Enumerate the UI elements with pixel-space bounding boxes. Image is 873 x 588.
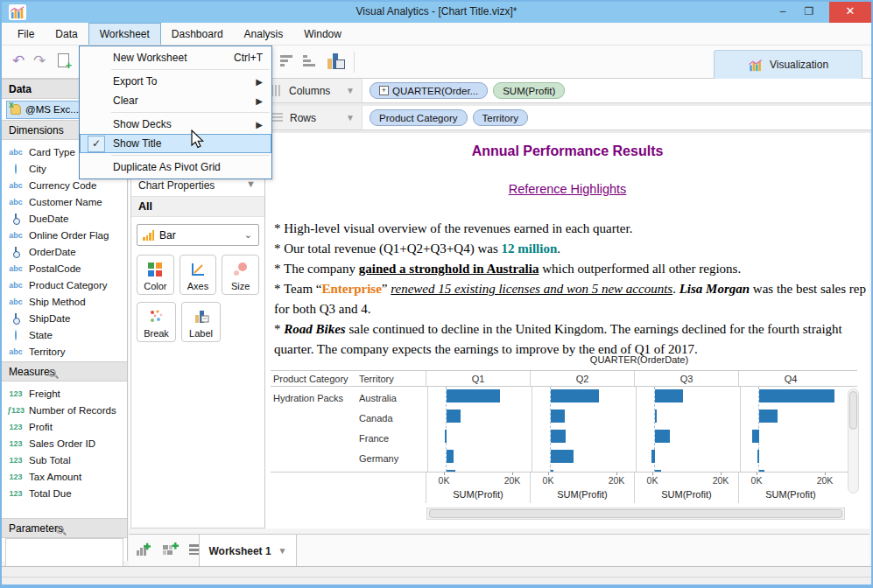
axis-q3: 0K20K bbox=[634, 472, 738, 487]
button-label: Color bbox=[144, 281, 166, 291]
number-field-icon: 123 bbox=[7, 472, 25, 481]
chart-vertical-scrollbar[interactable] bbox=[848, 388, 859, 494]
dimension-item-orderdate[interactable]: OrderDate bbox=[7, 243, 127, 260]
toolbar-separator bbox=[354, 52, 355, 73]
columns-shelf-label[interactable]: Columns ▼ bbox=[264, 79, 363, 102]
bar-q4-france[interactable] bbox=[752, 430, 760, 443]
menu-item-label: Clear bbox=[113, 94, 138, 107]
export-chart-icon[interactable] bbox=[327, 53, 345, 69]
dimension-item-shipdate[interactable]: ShipDate bbox=[7, 310, 127, 326]
menu-separator bbox=[111, 69, 270, 70]
field-label: Total Due bbox=[29, 488, 72, 499]
axes-icon bbox=[190, 262, 206, 279]
bar-q4-australia[interactable] bbox=[759, 389, 834, 402]
new-document-icon[interactable] bbox=[58, 53, 69, 67]
menubar-item-dashboard[interactable]: Dashboard bbox=[161, 23, 234, 45]
pill-product-category[interactable]: Product Category bbox=[370, 109, 468, 126]
bar-q3-australia[interactable] bbox=[655, 389, 683, 402]
size-button[interactable]: Size bbox=[222, 255, 259, 295]
measure-item-freight[interactable]: 123Freight bbox=[7, 385, 127, 402]
menu-separator bbox=[111, 112, 270, 113]
menu-item-label: New Worksheet bbox=[113, 52, 187, 64]
rows-shelf-label[interactable]: Rows ▼ bbox=[264, 106, 363, 130]
bar-q2-france[interactable] bbox=[551, 430, 565, 443]
menubar-item-window[interactable]: Window bbox=[293, 23, 352, 45]
excel-datasource-icon bbox=[11, 104, 21, 115]
axis-label-q4: SUM(Profit) bbox=[738, 487, 842, 503]
break-button[interactable]: Break bbox=[137, 302, 176, 342]
pill-territory[interactable]: Territory bbox=[473, 109, 529, 126]
data-source-label: @MS Exc... bbox=[25, 104, 79, 115]
bar-q4-canada[interactable] bbox=[759, 410, 777, 423]
pill-sum-profit[interactable]: SUM(Profit) bbox=[493, 82, 565, 99]
bar-q2-germany[interactable] bbox=[551, 450, 573, 463]
dimension-item-ship-method[interactable]: abcShip Method bbox=[7, 293, 127, 310]
bar-q1-australia[interactable] bbox=[447, 389, 499, 402]
measure-item-sales-order-id[interactable]: 123Sales Order ID bbox=[7, 435, 127, 452]
chevron-down-icon: ▼ bbox=[346, 113, 355, 122]
pill-quarter-order[interactable]: +QUARTER(Order... bbox=[370, 82, 488, 99]
measure-item-sub-total[interactable]: 123Sub Total bbox=[7, 452, 127, 468]
color-button[interactable]: Color bbox=[137, 255, 174, 295]
menubar-item-file[interactable]: File bbox=[7, 23, 45, 45]
sort-descending-icon[interactable] bbox=[280, 55, 296, 67]
maximize-button[interactable]: ❐ bbox=[796, 2, 822, 23]
bar-q1-canada[interactable] bbox=[447, 410, 461, 423]
button-label: Size bbox=[231, 281, 250, 291]
bar-q1-germany[interactable] bbox=[447, 450, 454, 463]
dimension-item-state[interactable]: State bbox=[7, 326, 127, 343]
chart-horizontal-scrollbar[interactable] bbox=[426, 508, 845, 520]
visualization-tab[interactable]: Visualization bbox=[714, 50, 862, 79]
menu-item-show-title[interactable]: Show Title bbox=[80, 134, 271, 153]
date-field-icon bbox=[7, 314, 25, 323]
reference-highlights-link[interactable]: Reference Highlights bbox=[265, 182, 869, 196]
bar-q2-australia[interactable] bbox=[551, 389, 599, 402]
dimension-item-territory[interactable]: abcTerritory bbox=[7, 343, 127, 360]
sort-ascending-icon[interactable] bbox=[303, 55, 319, 67]
undo-icon[interactable]: ↶ bbox=[12, 52, 25, 70]
menu-item-duplicate-as-pivot-grid[interactable]: Duplicate As Pivot Grid bbox=[80, 158, 271, 177]
new-dashboard-icon[interactable] bbox=[162, 542, 179, 557]
menubar-item-worksheet[interactable]: Worksheet bbox=[88, 23, 161, 45]
mouse-cursor bbox=[190, 130, 204, 149]
menu-item-new-worksheet[interactable]: New WorksheetCtrl+T bbox=[80, 48, 271, 67]
label-button[interactable]: Label bbox=[181, 302, 221, 342]
measure-item-profit[interactable]: 123Profit bbox=[7, 418, 127, 435]
redo-icon[interactable]: ↷ bbox=[33, 52, 46, 70]
territory-labels: AustraliaCanadaFranceGermanyUnited Kingd… bbox=[359, 387, 427, 472]
axis-tick-20k: 20K bbox=[504, 475, 521, 486]
dimension-item-postalcode[interactable]: abcPostalCode bbox=[7, 260, 127, 276]
bar-q2-canada[interactable] bbox=[551, 410, 565, 423]
measure-item-total-due[interactable]: 123Total Due bbox=[7, 485, 127, 501]
dimension-item-product-category[interactable]: abcProduct Category bbox=[7, 276, 127, 293]
columns-shelf: +QUARTER(Order...SUM(Profit) bbox=[363, 79, 565, 102]
quarter-header-q1: Q1 bbox=[426, 371, 530, 386]
title-bar: Visual Analytics - [Chart Title.vizx]* –… bbox=[2, 2, 871, 23]
menu-item-clear[interactable]: Clear▶ bbox=[80, 91, 271, 110]
menubar-item-analysis[interactable]: Analysis bbox=[234, 23, 294, 45]
bar-q1-france[interactable] bbox=[445, 430, 447, 443]
measure-item-number-of-records[interactable]: ƒ123Number of Records bbox=[7, 402, 127, 418]
measure-item-tax-amount[interactable]: 123Tax Amount bbox=[7, 468, 127, 485]
worksheet-tab[interactable]: Worksheet 1 ▼ bbox=[199, 535, 297, 567]
bar-q3-germany[interactable] bbox=[651, 450, 655, 463]
close-button[interactable]: ✕ bbox=[829, 2, 871, 23]
column-header-product-category: Product Category bbox=[271, 374, 359, 384]
axes-button[interactable]: Axes bbox=[180, 255, 217, 295]
bar-q3-france[interactable] bbox=[655, 430, 670, 443]
menu-item-export-to[interactable]: Export To▶ bbox=[80, 72, 271, 91]
chevron-down-icon: ⌄ bbox=[244, 229, 252, 241]
dimension-item-online-order-flag[interactable]: abcOnline Order Flag bbox=[7, 227, 127, 243]
menu-item-show-decks[interactable]: Show Decks▶ bbox=[80, 115, 271, 134]
dimension-item-duedate[interactable]: DueDate bbox=[7, 210, 127, 227]
minimize-button[interactable]: – bbox=[770, 2, 796, 23]
dimension-item-customer-name[interactable]: abcCustomer Name bbox=[7, 193, 127, 210]
field-label: Product Category bbox=[29, 280, 108, 290]
color-icon bbox=[147, 262, 163, 279]
new-worksheet-icon[interactable] bbox=[136, 542, 151, 557]
text-field-icon: abc bbox=[7, 298, 25, 306]
bar-q4-germany[interactable] bbox=[757, 450, 759, 463]
chart-type-dropdown[interactable]: Bar ⌄ bbox=[137, 224, 259, 246]
bar-q3-canada[interactable] bbox=[655, 410, 657, 423]
menubar-item-data[interactable]: Data bbox=[45, 23, 88, 45]
